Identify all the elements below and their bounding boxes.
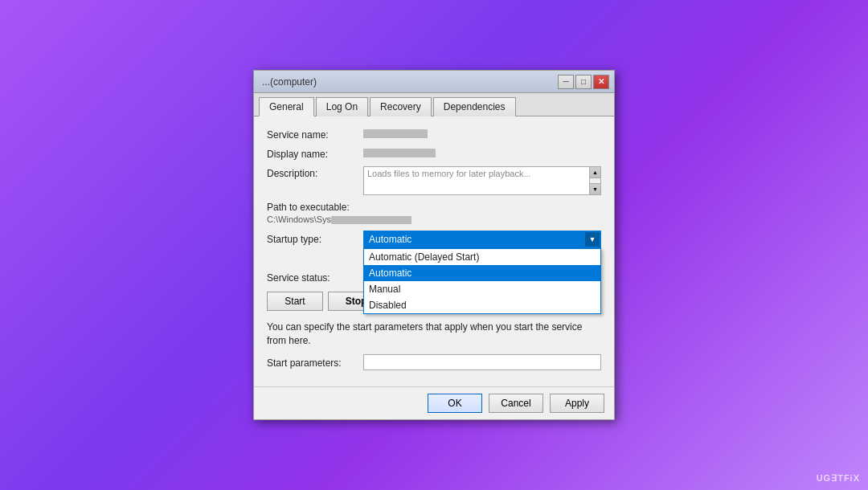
title-bar-controls: ─ □ ✕ <box>558 75 609 89</box>
startup-type-row: Startup type: Automatic ▼ Automatic (Del… <box>267 231 601 248</box>
watermark: UG∃TFiX <box>817 473 860 484</box>
path-blurred <box>331 216 411 224</box>
dialog-content: Service name: Display name: Description:… <box>254 116 614 386</box>
service-status-label: Service status: <box>267 271 363 284</box>
startup-option-automatic[interactable]: Automatic <box>364 265 600 281</box>
scroll-up-button[interactable]: ▲ <box>590 167 600 178</box>
startup-option-automatic-delayed[interactable]: Automatic (Delayed Start) <box>364 249 600 265</box>
title-bar: ...(computer) ─ □ ✕ <box>254 71 614 93</box>
service-properties-dialog: ...(computer) ─ □ ✕ General Log On Recov… <box>253 70 615 420</box>
maximize-button[interactable]: □ <box>575 75 592 89</box>
startup-dropdown-list: Automatic (Delayed Start) Automatic Manu… <box>363 248 601 314</box>
info-text: You can specify the start parameters tha… <box>267 321 601 348</box>
tab-general[interactable]: General <box>259 97 314 116</box>
startup-option-disabled[interactable]: Disabled <box>364 297 600 313</box>
scroll-down-button[interactable]: ▼ <box>590 183 600 194</box>
window-title: ...(computer) <box>262 76 317 88</box>
ok-button[interactable]: OK <box>428 394 482 413</box>
close-button[interactable]: ✕ <box>593 75 609 89</box>
description-container: Loads files to memory for later playback… <box>363 166 601 195</box>
minimize-button[interactable]: ─ <box>558 75 574 89</box>
service-name-value <box>363 128 601 139</box>
start-params-label: Start parameters: <box>267 356 363 369</box>
description-row: Description: Loads files to memory for l… <box>267 166 601 195</box>
startup-type-label: Startup type: <box>267 234 363 245</box>
tab-bar: General Log On Recovery Dependencies <box>254 93 614 116</box>
description-label: Description: <box>267 166 363 179</box>
description-box[interactable]: Loads files to memory for later playback… <box>363 166 590 195</box>
startup-type-container[interactable]: Automatic ▼ Automatic (Delayed Start) Au… <box>363 231 601 248</box>
path-row: Path to executable: C:\Windows\Sys <box>267 202 601 224</box>
path-value: C:\Windows\Sys <box>267 214 601 224</box>
description-scrollbar: ▲ ▼ <box>590 166 601 195</box>
service-name-blurred <box>363 129 428 138</box>
apply-button[interactable]: Apply <box>550 394 604 413</box>
startup-type-select[interactable]: Automatic <box>363 231 601 248</box>
start-params-input[interactable] <box>363 354 601 370</box>
tab-recovery[interactable]: Recovery <box>370 97 432 116</box>
start-params-row: Start parameters: <box>267 354 601 370</box>
cancel-button[interactable]: Cancel <box>489 394 543 413</box>
display-name-value <box>363 147 601 158</box>
display-name-label: Display name: <box>267 147 363 160</box>
service-name-row: Service name: <box>267 128 601 141</box>
path-label: Path to executable: <box>267 202 601 213</box>
tab-logon[interactable]: Log On <box>316 97 368 116</box>
tab-dependencies[interactable]: Dependencies <box>433 97 516 116</box>
service-name-label: Service name: <box>267 128 363 141</box>
startup-option-manual[interactable]: Manual <box>364 281 600 297</box>
display-name-row: Display name: <box>267 147 601 160</box>
dialog-footer: OK Cancel Apply <box>254 386 614 419</box>
start-button[interactable]: Start <box>267 292 323 311</box>
display-name-blurred <box>363 149 436 157</box>
description-text: Loads files to memory for later playback… <box>367 169 531 178</box>
startup-type-value: Automatic <box>369 234 411 245</box>
